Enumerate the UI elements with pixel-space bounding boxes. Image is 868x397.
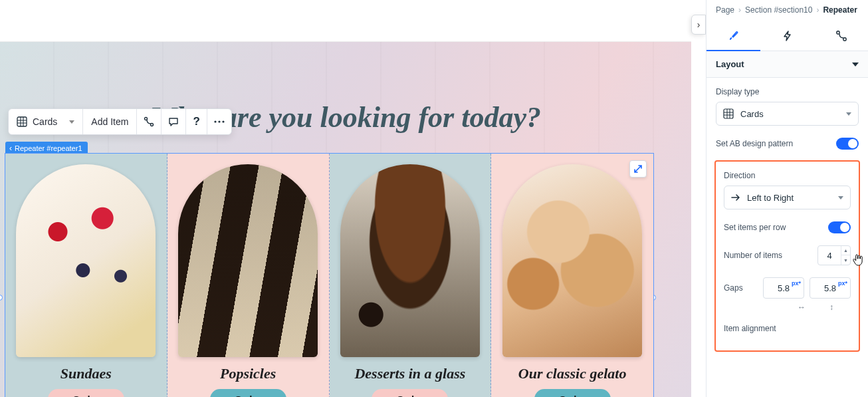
panel-toggle[interactable]: ›	[691, 15, 706, 35]
bolt-icon	[782, 31, 793, 41]
svg-rect-0	[17, 117, 27, 126]
breadcrumb-section[interactable]: Section #section10	[745, 5, 812, 15]
order-label: Order	[235, 394, 262, 398]
card-title: Desserts in a glass	[354, 365, 465, 382]
order-label: Order	[72, 394, 100, 398]
breadcrumb-page[interactable]: Page	[716, 5, 734, 15]
direction-value: Left to Right	[747, 193, 794, 203]
chevron-down-icon	[838, 196, 843, 199]
card-title: Popsicles	[220, 365, 276, 382]
item-alignment-label: Item alignment	[724, 324, 851, 333]
comment-icon[interactable]	[162, 109, 186, 134]
svg-point-4	[218, 120, 220, 122]
help-icon[interactable]: ?	[186, 109, 207, 134]
number-of-items-input[interactable]: 4 ▲ ▼	[817, 245, 851, 265]
items-per-row-label: Set items per row	[724, 223, 786, 232]
svg-point-1	[145, 118, 148, 120]
chevron-down-icon	[852, 63, 859, 66]
svg-point-7	[843, 38, 845, 41]
card-image	[340, 164, 480, 357]
gap-unit: px*	[838, 280, 847, 287]
card-image	[178, 164, 318, 357]
vertical-gap-icon: ↕	[829, 303, 833, 312]
connector-icon	[835, 30, 847, 42]
svg-rect-8	[724, 109, 733, 118]
items-per-row-toggle[interactable]	[828, 221, 851, 233]
add-item-button[interactable]: Add Item	[83, 109, 137, 134]
chevron-right-icon: ›	[738, 5, 741, 15]
tab-settings[interactable]	[814, 21, 868, 51]
step-up[interactable]: ▲	[841, 246, 850, 255]
repeater-item[interactable]: Popsicles Order	[167, 154, 330, 397]
display-type-label: Display type	[716, 87, 859, 96]
canvas-top-bar	[0, 0, 691, 42]
connector-icon[interactable]	[137, 109, 162, 134]
gap-unit: px*	[792, 280, 801, 287]
svg-point-5	[222, 120, 224, 122]
gap-v-value: 5.8	[824, 283, 836, 293]
step-down[interactable]: ▼	[841, 255, 850, 265]
card-title: Our classic gelato	[518, 365, 627, 382]
repeater-item[interactable]: Sundaes Order	[5, 154, 167, 397]
svg-point-2	[151, 124, 154, 126]
expand-button[interactable]	[629, 160, 647, 178]
card-image	[502, 164, 642, 357]
ab-pattern-toggle[interactable]	[836, 138, 859, 150]
layout-section-header[interactable]: Layout	[706, 51, 868, 78]
repeater-item[interactable]: Desserts in a glass Order	[330, 154, 492, 397]
number-of-items-label: Number of items	[724, 251, 782, 260]
breadcrumb-current: Repeater	[823, 5, 857, 15]
gap-horizontal-input[interactable]: 5.8 px*	[763, 277, 804, 299]
repeater-selection[interactable]: Sundaes Order Popsicles Order Desserts i…	[5, 153, 654, 397]
more-icon[interactable]	[207, 109, 231, 134]
inspector-panel: Page › Section #section10 › Repeater Lay…	[706, 0, 868, 397]
display-type-value: Cards	[740, 109, 764, 119]
brush-icon	[728, 30, 740, 42]
repeater-item[interactable]: Our classic gelato Order	[491, 154, 653, 397]
grid-icon	[723, 108, 734, 119]
gaps-label: Gaps	[724, 283, 743, 293]
order-button[interactable]: Order	[372, 389, 448, 397]
card-title: Sundaes	[60, 365, 112, 382]
chevron-down-icon	[846, 112, 851, 116]
svg-point-6	[836, 31, 839, 34]
horizontal-gap-icon: ↔	[798, 303, 806, 312]
order-button[interactable]: Order	[210, 389, 286, 397]
canvas-stage[interactable]: What are you looking for today? Cards Ad…	[0, 42, 691, 397]
element-tag-label: Repeater #repeater1	[15, 144, 82, 152]
panel-tabs	[706, 21, 868, 51]
order-label: Order	[396, 394, 423, 398]
gap-vertical-input[interactable]: 5.8 px*	[810, 277, 851, 299]
tab-interactions[interactable]	[760, 21, 814, 51]
ab-pattern-label: Set AB design pattern	[716, 139, 793, 148]
add-item-label: Add Item	[91, 116, 128, 127]
number-value: 4	[818, 251, 841, 261]
gap-h-value: 5.8	[778, 283, 790, 293]
chevron-right-icon: ›	[816, 5, 819, 15]
highlighted-controls: Direction Left to Right Set items per ro…	[714, 160, 860, 352]
grid-icon	[17, 116, 27, 127]
display-mode-label: Cards	[33, 116, 57, 127]
order-button[interactable]: Order	[534, 389, 611, 397]
order-label: Order	[559, 394, 586, 398]
floating-toolbar: Cards Add Item ?	[8, 108, 232, 135]
section-title: Layout	[716, 59, 744, 69]
breadcrumb: Page › Section #section10 › Repeater	[706, 0, 868, 21]
arrow-right-icon	[731, 194, 740, 201]
display-mode-dropdown[interactable]: Cards	[9, 109, 83, 134]
card-image	[16, 164, 156, 357]
resize-handle-left[interactable]	[0, 295, 3, 301]
display-type-select[interactable]: Cards	[716, 102, 859, 126]
direction-label: Direction	[724, 171, 851, 180]
order-button[interactable]: Order	[48, 389, 124, 397]
direction-select[interactable]: Left to Right	[724, 186, 851, 209]
tab-design[interactable]	[706, 21, 760, 51]
expand-icon	[633, 164, 643, 174]
svg-point-3	[214, 120, 216, 122]
